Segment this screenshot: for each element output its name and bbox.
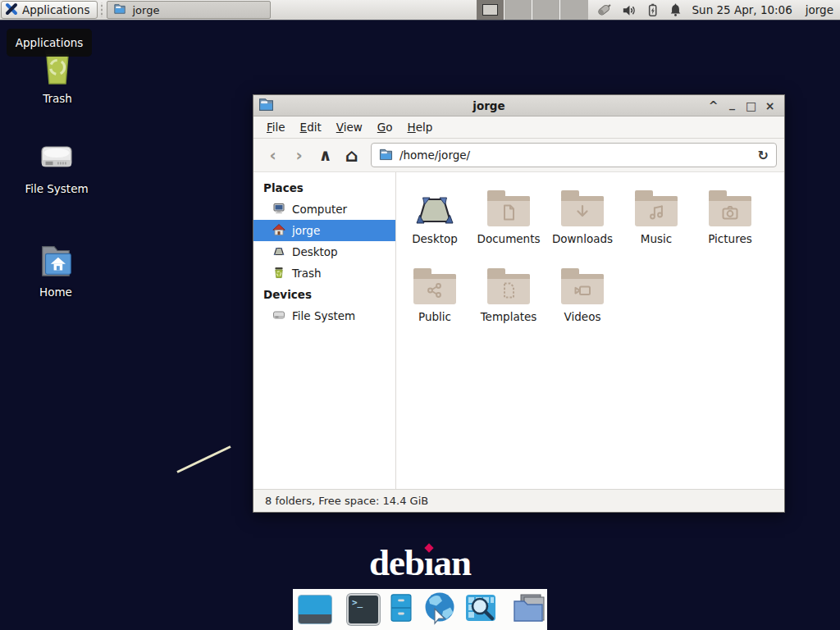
desktop-icon-label: File System	[25, 182, 88, 195]
folder-item-music[interactable]: Music	[619, 180, 693, 258]
desktop-pad-icon	[272, 244, 285, 260]
path-text: /home/jorge/	[399, 148, 751, 162]
reload-icon[interactable]: ↻	[758, 148, 769, 163]
home-folder-icon	[35, 240, 76, 282]
folder-item-label: Pictures	[708, 232, 751, 245]
window-title: jorge	[274, 99, 704, 112]
desktop-pad-icon	[412, 185, 458, 228]
folder-item-label: Documents	[477, 232, 541, 245]
notification-bell-icon[interactable]	[669, 2, 682, 17]
folder-item-templates[interactable]: Templates	[472, 258, 546, 336]
workspace-1[interactable]	[477, 0, 504, 20]
file-manager-launcher[interactable]	[387, 593, 415, 626]
applications-menu-button[interactable]: Applications	[1, 1, 98, 19]
globe-icon	[422, 591, 457, 628]
sidebar-item-jorge[interactable]: jorge	[253, 220, 395, 241]
sidebar-item-label: Desktop	[292, 245, 338, 258]
folder-item-documents[interactable]: Documents	[472, 180, 546, 258]
debian-logo: debıan	[367, 541, 473, 584]
menu-edit[interactable]: Edit	[293, 118, 329, 136]
workspace-switcher	[477, 0, 588, 20]
shade-button[interactable]: ^	[704, 99, 723, 112]
debian-logo-text: deb	[369, 542, 424, 583]
desktop-icon-home[interactable]: Home	[18, 240, 94, 299]
panel-user-label[interactable]: jorge	[806, 3, 833, 16]
sidebar-item-file-system[interactable]: File System	[253, 305, 395, 326]
close-button[interactable]: ×	[760, 99, 779, 112]
sidebar-item-label: Computer	[292, 203, 347, 216]
file-cabinet-icon	[387, 591, 415, 628]
applications-menu-label: Applications	[22, 3, 89, 16]
web-browser-launcher[interactable]	[422, 593, 457, 626]
path-bar[interactable]: /home/jorge/ ↻	[371, 143, 777, 167]
folder-icon	[635, 196, 678, 226]
home-button[interactable]: ⌂	[340, 144, 363, 167]
folder-item-public[interactable]: Public	[398, 258, 472, 336]
sidebar-item-trash[interactable]: Trash	[253, 262, 395, 284]
hard-drive-icon	[35, 137, 78, 179]
folder-icon	[487, 196, 530, 226]
folder-item-label: Public	[418, 310, 451, 323]
trash-small-icon	[272, 266, 285, 281]
drive-small-icon	[272, 308, 285, 324]
menu-bar: File Edit View Go Help	[253, 116, 784, 139]
show-desktop-icon	[298, 595, 332, 624]
window-titlebar[interactable]: jorge ^ _ □ ×	[253, 95, 784, 116]
folder-item-label: Downloads	[552, 232, 613, 245]
terminal-launcher[interactable]: >_	[347, 593, 380, 626]
sidebar-item-computer[interactable]: Computer	[253, 199, 395, 220]
tooltip-text: Applications	[16, 36, 83, 49]
taskbar-window-label: jorge	[132, 4, 159, 16]
sidebar-item-label: File System	[292, 309, 355, 322]
directory-menu-button[interactable]	[512, 593, 546, 626]
home-icon	[272, 223, 285, 239]
panel-clock[interactable]: Sun 25 Apr, 10:06	[692, 3, 792, 16]
workspace-4[interactable]	[560, 0, 587, 20]
volume-icon[interactable]	[621, 2, 637, 18]
folder-item-downloads[interactable]: Downloads	[546, 180, 619, 258]
panel-drag-handle[interactable]	[98, 2, 104, 17]
menu-help[interactable]: Help	[400, 118, 441, 136]
folder-icon	[487, 274, 530, 304]
workspace-3[interactable]	[532, 0, 560, 20]
folder-icon	[561, 196, 604, 226]
sidebar-header-devices: Devices	[253, 284, 395, 305]
menu-go[interactable]: Go	[370, 118, 400, 136]
battery-icon[interactable]	[646, 2, 660, 18]
folder-item-label: Templates	[481, 310, 537, 323]
system-tray	[596, 0, 682, 20]
taskbar-window-button[interactable]: jorge	[107, 1, 271, 19]
menu-file[interactable]: File	[259, 118, 293, 136]
workspace-2[interactable]	[504, 0, 532, 20]
bottom-dock: >_	[293, 589, 547, 630]
xfce-menu-icon	[5, 2, 18, 18]
top-panel: Applications jorge	[0, 0, 840, 21]
folder-item-pictures[interactable]: Pictures	[693, 180, 767, 258]
mouse-icon[interactable]	[596, 2, 612, 18]
desktop-icon-label: Trash	[43, 92, 72, 105]
toolbar: ‹ › ∧ ⌂ /home/jorge/ ↻	[253, 139, 784, 172]
back-button[interactable]: ‹	[261, 144, 285, 167]
path-folder-icon	[379, 148, 393, 163]
computer-icon	[272, 202, 285, 217]
folder-item-videos[interactable]: Videos	[546, 258, 619, 336]
show-desktop-button[interactable]	[298, 593, 332, 626]
file-view[interactable]: Desktop Documents	[396, 172, 784, 489]
workspace-window-preview	[482, 4, 498, 16]
menu-view[interactable]: View	[329, 118, 370, 136]
maximize-button[interactable]: □	[742, 99, 760, 112]
up-button[interactable]: ∧	[313, 144, 337, 167]
folder-item-label: Music	[641, 232, 672, 245]
folder-item-label: Desktop	[412, 232, 458, 245]
minimize-button[interactable]: _	[723, 97, 742, 110]
app-finder-launcher[interactable]	[464, 593, 497, 626]
forward-button[interactable]: ›	[287, 144, 311, 167]
window-folder-icon	[113, 2, 126, 17]
desktop-icon-file-system[interactable]: File System	[19, 137, 94, 195]
sidebar-item-label: jorge	[292, 224, 320, 237]
status-bar: 8 folders, Free space: 14.4 GiB	[253, 489, 784, 512]
window-folder-icon	[258, 97, 274, 115]
folder-item-desktop[interactable]: Desktop	[398, 180, 472, 258]
sidebar-item-desktop[interactable]: Desktop	[253, 241, 395, 262]
terminal-icon: >_	[347, 594, 380, 625]
